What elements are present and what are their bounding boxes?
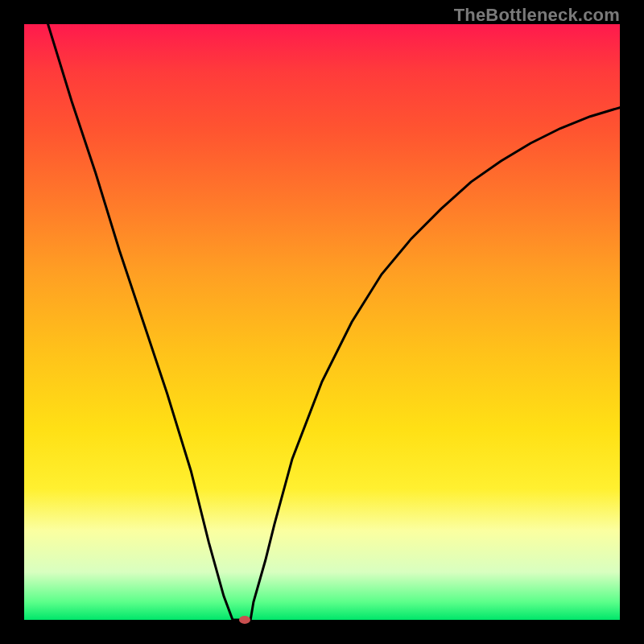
plot-area [24, 24, 620, 620]
chart-container: TheBottleneck.com [0, 0, 644, 644]
optimum-marker [239, 616, 250, 624]
watermark-text: TheBottleneck.com [454, 5, 620, 26]
curve-svg [24, 24, 620, 620]
bottleneck-curve [48, 24, 620, 620]
